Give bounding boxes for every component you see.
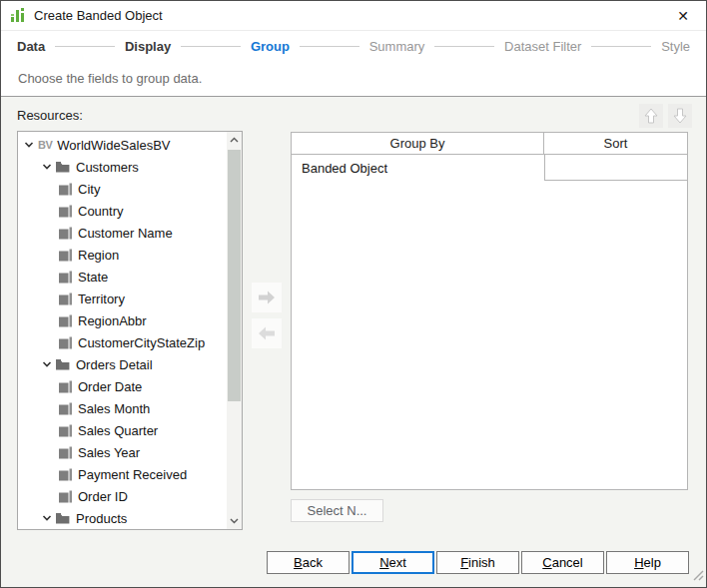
add-field-button[interactable] [252,283,282,312]
scroll-thumb[interactable] [228,150,241,401]
content-area: Resources: BVWorldWideSalesBVCustomersCi… [1,97,706,587]
step-connector [181,46,241,47]
tab-step-style[interactable]: Style [661,39,690,54]
select-n-button[interactable]: Select N... [291,499,383,522]
scroll-up-button[interactable] [227,132,242,148]
field-icon [59,249,72,262]
step-connector [591,46,651,47]
field-icon [59,402,72,415]
field-icon [59,271,72,284]
tree-item-regionabbr[interactable]: RegionAbbr [18,309,227,331]
folder-icon [56,161,70,173]
field-icon [59,227,72,240]
business-view-icon: BV [38,139,52,151]
finish-button[interactable]: Finish [436,551,519,574]
folder-icon [56,358,70,370]
field-icon [59,468,72,481]
tree-item-sales-quarter[interactable]: Sales Quarter [18,419,227,441]
step-connector [55,46,115,47]
help-button[interactable]: Help [606,551,689,574]
step-connector [300,46,359,47]
tree-item-territory[interactable]: Territory [18,288,227,309]
arrow-left-icon [257,325,277,341]
tree-item-label: City [78,182,100,197]
tab-step-data[interactable]: Data [17,39,45,54]
tree-item-products[interactable]: Products [18,507,227,529]
back-button[interactable]: Back [267,551,350,574]
window-title: Create Banded Object [34,8,163,23]
app-logo-icon [11,8,26,24]
field-icon [59,490,72,503]
move-down-button[interactable] [668,104,692,128]
cancel-button[interactable]: Cancel [521,551,604,574]
footer-buttons: BackNextFinishCancelHelp [1,551,689,574]
tree-item-label: RegionAbbr [78,313,147,328]
reorder-buttons [639,104,692,128]
tree-item-orders-detail[interactable]: Orders Detail [18,353,227,375]
tab-step-summary[interactable]: Summary [369,39,425,54]
tree-item-label: Order Date [78,379,142,394]
tree-item-label: Customer Name [78,226,173,241]
tree-item-label: Sales Month [78,401,150,416]
tab-step-dataset-filter[interactable]: Dataset Filter [504,39,581,54]
next-button[interactable]: Next [352,551,434,574]
resources-label: Resources: [17,108,83,123]
field-icon [59,380,72,393]
tree-item-city[interactable]: City [18,178,227,200]
tree-item-customercitystatezip[interactable]: CustomerCityStateZip [18,331,227,353]
tree-item-payment-received[interactable]: Payment Received [18,463,227,485]
chevron-down-icon [42,513,52,523]
field-icon [59,424,72,437]
tree-item-label: Sales Quarter [78,423,158,438]
tree-item-label: Territory [78,292,125,306]
tree-item-country[interactable]: Country [18,200,227,222]
group-row: Banded Object [292,155,687,181]
tree-item-customer-name[interactable]: Customer Name [18,222,227,244]
group-table-header: Group By Sort [292,133,687,155]
tree-item-label: Products [76,511,127,526]
column-header-sort: Sort [544,133,687,154]
tree-item-label: Sales Year [78,445,140,460]
tree-item-worldwidesalesbv[interactable]: BVWorldWideSalesBV [18,134,227,156]
tree-item-label: Orders Detail [76,357,153,372]
group-by-table: Group By Sort Banded Object [291,132,688,490]
move-up-button[interactable] [639,104,663,128]
tree-item-order-id[interactable]: Order ID [18,485,227,507]
tab-step-display[interactable]: Display [125,39,171,54]
tree-item-label: Order ID [78,489,128,504]
chevron-down-icon [42,359,52,369]
field-icon [59,183,72,196]
tree-item-label: Payment Received [78,467,187,482]
close-icon[interactable]: ✕ [668,1,698,31]
tree-item-label: Customers [76,160,139,175]
tree-item-state[interactable]: State [18,266,227,288]
group-table-body: Banded Object [292,155,687,181]
scroll-down-button[interactable] [227,513,242,529]
group-by-cell[interactable]: Banded Object [292,155,544,181]
arrow-right-icon [257,290,277,305]
tree-item-region[interactable]: Region [18,244,227,266]
remove-field-button[interactable] [252,318,282,348]
wizard-subtitle: Choose the fields to group data. [1,61,706,97]
tree-item-sales-month[interactable]: Sales Month [18,397,227,419]
tab-step-group[interactable]: Group [251,39,290,54]
wizard-steps: DataDisplayGroupSummaryDataset FilterSty… [1,31,706,61]
field-icon [59,336,72,349]
field-icon [59,205,72,218]
resources-tree-rows: BVWorldWideSalesBVCustomersCityCountryCu… [18,132,227,529]
tree-item-label: WorldWideSalesBV [57,138,170,153]
tree-item-sales-year[interactable]: Sales Year [18,441,227,463]
tree-item-label: CustomerCityStateZip [78,335,205,350]
tree-item-label: State [78,270,108,285]
chevron-down-icon [42,162,52,172]
tree-scrollbar[interactable] [227,132,242,529]
sort-cell[interactable] [544,155,687,181]
tree-item-order-date[interactable]: Order Date [18,375,227,397]
resize-grip-icon[interactable] [691,567,704,585]
step-connector [434,46,494,47]
arrow-down-icon [671,107,689,125]
tree-item-label: Region [78,248,119,263]
resources-tree: BVWorldWideSalesBVCustomersCityCountryCu… [17,131,243,530]
tree-item-label: Country [78,204,124,219]
tree-item-customers[interactable]: Customers [18,156,227,178]
